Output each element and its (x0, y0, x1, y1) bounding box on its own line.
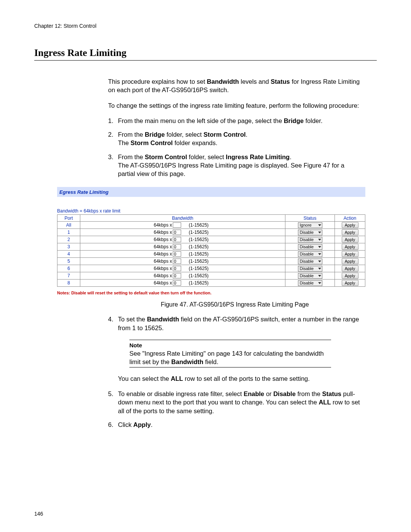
status-cell: Ignore (285, 222, 335, 229)
chevron-down-icon (318, 260, 321, 262)
status-cell: Disable (285, 229, 335, 236)
apply-button[interactable]: Apply (342, 258, 358, 264)
step-4: 4.To set the Bandwidth field on the AT-G… (108, 315, 362, 383)
bandwidth-cell: 64kbps x(1-15625) (80, 222, 285, 229)
bandwidth-input[interactable] (173, 259, 181, 264)
bandwidth-prefix: 64kbps x (154, 266, 172, 271)
step-1: 1.From the main menu on the left side of… (108, 117, 362, 125)
bandwidth-prefix: 64kbps x (154, 259, 172, 264)
lead-in-paragraph: To change the settings of the ingress ra… (108, 101, 362, 110)
apply-button[interactable]: Apply (342, 236, 358, 243)
bandwidth-input[interactable] (173, 251, 181, 257)
bandwidth-input[interactable] (173, 222, 181, 228)
note-rule-top (129, 340, 331, 340)
apply-button[interactable]: Apply (342, 244, 358, 250)
chapter-header: Chapter 12: Storm Control (34, 23, 377, 29)
status-select[interactable]: Disable (298, 280, 322, 286)
status-select[interactable]: Disable (298, 259, 322, 264)
chevron-down-icon (318, 282, 321, 284)
procedure-steps-1: 1.From the main menu on the left side of… (108, 117, 362, 178)
status-cell: Disable (285, 243, 335, 251)
intro-paragraph: This procedure explains how to set Bandw… (108, 77, 362, 94)
bandwidth-prefix: 64kbps x (154, 230, 172, 235)
table-row: All64kbps x(1-15625)IgnoreApply (57, 222, 365, 229)
bandwidth-prefix: 64kbps x (154, 244, 172, 249)
status-select[interactable]: Disable (298, 237, 322, 243)
col-port: Port (57, 215, 80, 222)
port-cell: 8 (57, 280, 80, 287)
step-3: 3.From the Storm Control folder, select … (108, 153, 362, 178)
bandwidth-cell: 64kbps x(1-15625) (80, 265, 285, 272)
table-row: 164kbps x(1-15625)DisableApply (57, 229, 365, 236)
status-cell: Disable (285, 272, 335, 280)
bandwidth-cell: 64kbps x(1-15625) (80, 243, 285, 251)
status-cell: Disable (285, 265, 335, 272)
step-6: 6.Click Apply. (108, 420, 362, 429)
apply-button[interactable]: Apply (342, 280, 358, 286)
action-cell: Apply (335, 222, 365, 229)
status-value: Disable (300, 244, 314, 249)
apply-button[interactable]: Apply (342, 273, 358, 279)
bandwidth-cell: 64kbps x(1-15625) (80, 258, 285, 265)
status-value: Disable (300, 281, 314, 285)
bandwidth-input[interactable] (173, 230, 181, 235)
chevron-down-icon (318, 239, 321, 241)
title-divider (34, 60, 377, 61)
status-select[interactable]: Disable (298, 266, 322, 272)
status-select[interactable]: Disable (298, 244, 322, 250)
apply-button[interactable]: Apply (342, 251, 358, 257)
bandwidth-range: (1-15625) (189, 237, 212, 242)
bandwidth-cell: 64kbps x(1-15625) (80, 272, 285, 280)
action-cell: Apply (335, 229, 365, 236)
col-status: Status (285, 215, 335, 222)
status-select[interactable]: Disable (298, 251, 322, 257)
port-cell: 6 (57, 265, 80, 272)
status-cell: Disable (285, 280, 335, 287)
table-row: 264kbps x(1-15625)DisableApply (57, 236, 365, 243)
after-note-paragraph: You can select the ALL row to set all of… (118, 374, 362, 383)
bandwidth-cell: 64kbps x(1-15625) (80, 251, 285, 258)
chevron-down-icon (318, 232, 321, 233)
bandwidth-input[interactable] (173, 266, 181, 271)
status-select[interactable]: Ignore (298, 222, 322, 228)
action-cell: Apply (335, 236, 365, 243)
bandwidth-input[interactable] (173, 280, 181, 286)
port-cell: 1 (57, 229, 80, 236)
action-cell: Apply (335, 243, 365, 251)
bandwidth-range: (1-15625) (189, 259, 212, 264)
status-select[interactable]: Disable (298, 230, 322, 235)
action-cell: Apply (335, 251, 365, 258)
bandwidth-input[interactable] (173, 244, 181, 249)
bandwidth-input[interactable] (173, 237, 181, 242)
table-row: 864kbps x(1-15625)DisableApply (57, 280, 365, 287)
status-value: Disable (300, 273, 314, 278)
apply-button[interactable]: Apply (342, 265, 358, 272)
procedure-steps-2: 4.To set the Bandwidth field on the AT-G… (108, 315, 362, 429)
rate-limit-table: Port Bandwidth Status Action All64kbps x… (57, 214, 365, 287)
status-value: Disable (300, 266, 314, 271)
chevron-down-icon (318, 253, 321, 255)
apply-button[interactable]: Apply (342, 222, 358, 228)
bandwidth-range: (1-15625) (189, 230, 212, 235)
bandwidth-input[interactable] (173, 273, 181, 278)
status-cell: Disable (285, 258, 335, 265)
status-value: Disable (300, 259, 314, 264)
table-row: 764kbps x(1-15625)DisableApply (57, 272, 365, 280)
bandwidth-cell: 64kbps x(1-15625) (80, 280, 285, 287)
action-cell: Apply (335, 265, 365, 272)
bandwidth-note: Bandwidth = 64kbps x rate limit (57, 208, 365, 214)
figure-title-bar: Egress Rate Limiting (57, 187, 365, 197)
page-number: 146 (34, 511, 43, 517)
bandwidth-prefix: 64kbps x (154, 273, 172, 278)
table-row: 664kbps x(1-15625)DisableApply (57, 265, 365, 272)
table-row: 464kbps x(1-15625)DisableApply (57, 251, 365, 258)
step-2: 2.From the Bridge folder, select Storm C… (108, 130, 362, 147)
note-text: See "Ingress Rate Limiting" on page 143 … (129, 349, 331, 366)
bandwidth-range: (1-15625) (189, 222, 212, 228)
table-row: 564kbps x(1-15625)DisableApply (57, 258, 365, 265)
bandwidth-prefix: 64kbps x (154, 251, 172, 257)
status-select[interactable]: Disable (298, 273, 322, 279)
bandwidth-cell: 64kbps x(1-15625) (80, 229, 285, 236)
figure-red-note: Notes: Disable will reset the setting to… (57, 291, 365, 295)
apply-button[interactable]: Apply (342, 229, 358, 235)
